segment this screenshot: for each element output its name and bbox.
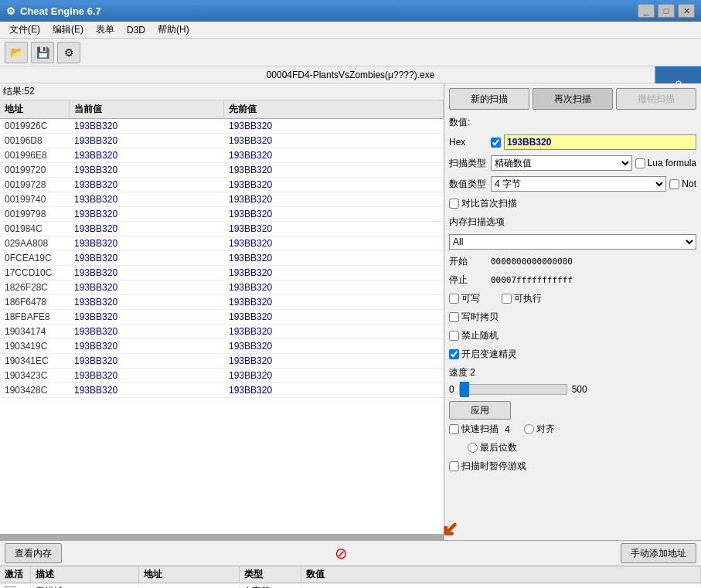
table-row[interactable]: 001984C 193BB320 193BB320	[0, 222, 444, 236]
row-addr: 190341EC	[0, 354, 70, 368]
row-previous: 193BB320	[224, 339, 444, 353]
hex-value-input[interactable]	[504, 134, 696, 150]
pausegame-row: 扫描时暂停游戏	[449, 460, 696, 473]
table-row[interactable]: 00199720 193BB320 193BB320	[0, 163, 444, 178]
row-previous: 193BB320	[224, 251, 444, 265]
table-row[interactable]: 1903428C 193BB320 193BB320	[0, 383, 444, 398]
compare-label: 对比首次扫描	[449, 197, 517, 210]
table-row[interactable]: 00199798 193BB320 193BB320	[0, 207, 444, 222]
menu-help[interactable]: 帮助(H)	[151, 22, 196, 38]
row-addr: 19034174	[0, 325, 70, 338]
speed-slider[interactable]	[459, 384, 567, 395]
start-value: 0000000000000000	[491, 257, 573, 267]
row-addr: 00199720	[0, 163, 70, 177]
row-addr: 1826F28C	[0, 280, 70, 294]
row-current: 193BB320	[70, 295, 224, 309]
scan-type-row: 扫描类型 精确数值 Lua formula	[449, 155, 696, 171]
row-current: 193BB320	[70, 280, 224, 294]
re-scan-button[interactable]: 再次扫描	[533, 88, 613, 110]
data-type-select[interactable]: 4 字节	[491, 176, 666, 192]
ct-header-desc: 描述	[31, 566, 139, 583]
stop-button[interactable]: ⊘	[330, 542, 353, 565]
new-scan-button[interactable]: 新的扫描	[449, 88, 529, 110]
row-previous: 193BB320	[224, 207, 444, 221]
stop-random-checkbox[interactable]	[449, 331, 459, 341]
row-previous: 193BB320	[224, 119, 444, 133]
ct-row-val: 6000	[301, 585, 701, 589]
ct-row-addr: P->193C0880	[139, 585, 240, 589]
table-row[interactable]: 17CCD10C 193BB320 193BB320	[0, 266, 444, 280]
open-button[interactable]: 📂	[5, 42, 28, 63]
table-row[interactable]: 00196D8 193BB320 193BB320	[0, 134, 444, 148]
hex-checkbox[interactable]	[491, 138, 501, 148]
settings-toolbar-button[interactable]: ⚙	[57, 42, 80, 63]
speed-max: 500	[572, 384, 587, 395]
table-row[interactable]: 00199728 193BB320 193BB320	[0, 178, 444, 192]
table-row[interactable]: 00199740 193BB320 193BB320	[0, 192, 444, 207]
row-previous: 193BB320	[224, 192, 444, 206]
table-row[interactable]: 001996E8 193BB320 193BB320	[0, 148, 444, 163]
row-current: 193BB320	[70, 354, 224, 368]
fastscan-value: 4	[505, 424, 510, 435]
scan-type-select[interactable]: 精确数值	[491, 155, 632, 171]
maximize-button[interactable]: □	[658, 4, 675, 18]
pausegame-checkbox[interactable]	[449, 461, 459, 471]
add-address-button[interactable]: 手动添加地址	[621, 543, 696, 563]
row-addr: 1903423C	[0, 369, 70, 382]
row-current: 193BB320	[70, 310, 224, 324]
row-addr: 1903419C	[0, 339, 70, 353]
row-previous: 193BB320	[224, 325, 444, 338]
menu-table[interactable]: 表单	[90, 22, 121, 38]
undo-scan-button[interactable]: 撤销扫描	[616, 88, 696, 110]
title-bar: ⚙ Cheat Engine 6.7 _ □ ✕	[0, 0, 701, 22]
row-current: 193BB320	[70, 339, 224, 353]
writable-checkbox[interactable]	[449, 294, 459, 304]
data-type-row: 数值类型 4 字节 Not	[449, 176, 696, 192]
speed-slider-container: 0 500	[449, 384, 696, 395]
table-row[interactable]: 186F6478 193BB320 193BB320	[0, 295, 444, 310]
row-current: 193BB320	[70, 266, 224, 280]
table-row[interactable]: 190341EC 193BB320 193BB320	[0, 354, 444, 369]
speedup-row: 禁止随机	[449, 329, 696, 342]
table-row[interactable]: 0019926C 193BB320 193BB320	[0, 119, 444, 134]
table-row[interactable]: 1903419C 193BB320 193BB320	[0, 339, 444, 354]
table-row[interactable]: 1826F28C 193BB320 193BB320	[0, 280, 444, 295]
executable-checkbox[interactable]	[502, 294, 512, 304]
scan-type-label: 扫描类型	[449, 157, 488, 170]
table-row[interactable]: 029AA808 193BB320 193BB320	[0, 236, 444, 251]
view-memory-button[interactable]: 查看内存	[5, 543, 62, 563]
minimize-button[interactable]: _	[638, 4, 655, 18]
value-row: 数值:	[449, 116, 696, 129]
align-radio[interactable]	[524, 424, 534, 434]
not-checkbox[interactable]	[669, 179, 679, 189]
compare-checkbox[interactable]	[449, 199, 459, 209]
row-addr: 0019926C	[0, 119, 70, 133]
close-button[interactable]: ✕	[678, 4, 695, 18]
mem-scan-select[interactable]: All	[449, 234, 696, 250]
menu-edit[interactable]: 编辑(E)	[46, 22, 90, 38]
table-body: 0019926C 193BB320 193BB320 00196D8 193BB…	[0, 119, 444, 398]
table-row[interactable]: 0FCEA19C 193BB320 193BB320	[0, 251, 444, 266]
lastdigit-radio[interactable]	[468, 443, 478, 453]
cheat-table-body: ✕ 无描述 P->193C0880 4 字节 6000 ✕ 自动汇编脚本 <脚本…	[0, 583, 701, 588]
ct-header-addr: 地址	[139, 566, 240, 583]
apply-button[interactable]: 应用	[449, 401, 511, 420]
save-button[interactable]: 💾	[31, 42, 54, 63]
cheat-table-row[interactable]: ✕ 无描述 P->193C0880 4 字节 6000	[0, 583, 701, 588]
mem-scan-row: All	[449, 234, 696, 250]
copypaste-row: 写时拷贝	[449, 311, 696, 324]
lua-formula-checkbox[interactable]	[635, 158, 645, 168]
lastdigit-label: 最后位数	[468, 441, 517, 454]
scan-table: 地址 当前值 先前值 0019926C 193BB320 193BB320 00…	[0, 100, 444, 540]
table-row[interactable]: 1903423C 193BB320 193BB320	[0, 369, 444, 383]
menu-d3d[interactable]: D3D	[121, 23, 151, 37]
table-row[interactable]: 19034174 193BB320 193BB320	[0, 325, 444, 339]
row-previous: 193BB320	[224, 354, 444, 368]
table-row[interactable]: 18FBAFE8 193BB320 193BB320	[0, 310, 444, 325]
menu-file[interactable]: 文件(E)	[3, 22, 46, 38]
fastscan-label: 快速扫描	[449, 423, 499, 436]
fastscan-checkbox[interactable]	[449, 424, 459, 434]
ct-header-val: 数值	[301, 566, 701, 583]
enable-speedup-checkbox[interactable]	[449, 349, 459, 359]
copypaste-checkbox[interactable]	[449, 312, 459, 322]
